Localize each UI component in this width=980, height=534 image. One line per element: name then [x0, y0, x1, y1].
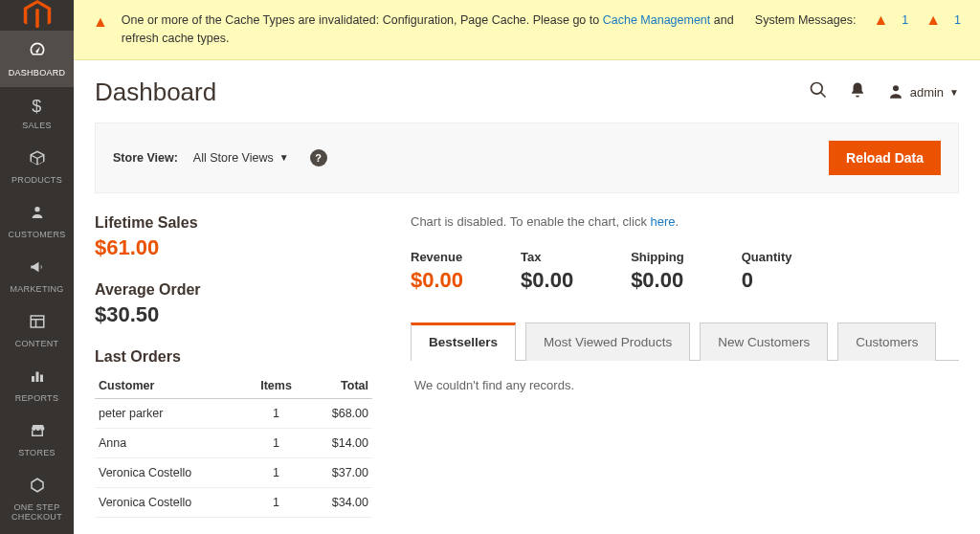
svg-rect-4 [32, 376, 34, 382]
tab-bestsellers[interactable]: Bestsellers [411, 323, 516, 361]
system-message-text: One or more of the Cache Types are inval… [122, 11, 755, 48]
hexagon-icon [29, 477, 46, 499]
nav-label: ONE STEP CHECKOUT [2, 502, 72, 522]
nav-label: DASHBOARD [9, 68, 66, 78]
svg-rect-6 [40, 375, 43, 383]
lifetime-sales-value: $61.00 [95, 235, 372, 260]
store-view-label: Store View: [113, 151, 178, 165]
table-row[interactable]: Veronica Costello 1 $37.00 [95, 457, 372, 487]
page-header: Dashboard admin ▼ [74, 60, 980, 115]
box-icon [29, 149, 46, 171]
nav-reports[interactable]: REPORTS [0, 358, 74, 412]
nav-label: STORES [18, 448, 56, 457]
notifications-icon[interactable] [849, 81, 866, 103]
svg-rect-1 [31, 316, 44, 327]
warning-icon[interactable]: ▲ [925, 11, 941, 29]
system-message-count[interactable]: 1 [954, 13, 961, 27]
nav-label: CONTENT [15, 339, 59, 348]
svg-point-0 [34, 207, 39, 211]
dollar-icon: $ [32, 97, 41, 117]
user-icon [887, 83, 904, 100]
dashboard-tabs: Bestsellers Most Viewed Products New Cus… [411, 322, 959, 361]
cache-management-link[interactable]: Cache Management [603, 13, 711, 27]
svg-point-10 [893, 85, 899, 91]
nav-label: MARKETING [10, 284, 63, 294]
system-message-summary: System Messages: ▲ 1 ▲ 1 [755, 11, 961, 29]
total-quantity: Quantity 0 [742, 250, 792, 293]
chart-disabled-message: Chart is disabled. To enable the chart, … [411, 214, 959, 229]
tab-content: We couldn't find any records. [411, 361, 959, 410]
average-order-value: $30.50 [95, 302, 372, 327]
caret-down-icon: ▼ [949, 87, 959, 98]
help-icon[interactable]: ? [310, 149, 327, 167]
store-view-toolbar: Store View: All Store Views ▼ ? Reload D… [95, 122, 959, 193]
nav-content[interactable]: CONTENT [0, 303, 74, 358]
nav-marketing[interactable]: MARKETING [0, 249, 74, 303]
nav-stores[interactable]: STORES [0, 412, 74, 467]
nav-label: REPORTS [15, 393, 58, 403]
nav-one-step-checkout[interactable]: ONE STEP CHECKOUT [0, 467, 74, 531]
header-actions: admin ▼ [809, 80, 959, 104]
tab-new-customers[interactable]: New Customers [700, 323, 828, 361]
total-tax: Tax $0.00 [521, 250, 573, 293]
barchart-icon [29, 367, 46, 389]
admin-sidebar: DASHBOARD $ SALES PRODUCTS CUSTOMERS MAR… [0, 0, 74, 534]
tab-customers[interactable]: Customers [837, 323, 936, 361]
total-revenue: Revenue $0.00 [411, 250, 463, 293]
dashboard-left-column: Lifetime Sales $61.00 Average Order $30.… [95, 214, 372, 518]
layout-icon [29, 313, 46, 335]
nav-label: SALES [22, 121, 52, 130]
col-total: Total [305, 373, 372, 399]
col-customer: Customer [95, 373, 247, 399]
megaphone-icon [29, 258, 46, 280]
nav-dashboard[interactable]: DASHBOARD [0, 31, 74, 87]
last-orders-table: Customer Items Total peter parker 1 $68.… [95, 373, 372, 518]
table-row[interactable]: Anna 1 $14.00 [95, 428, 372, 457]
nav-label: PRODUCTS [11, 175, 62, 185]
svg-rect-5 [35, 372, 38, 383]
svg-point-8 [811, 82, 822, 94]
admin-username: admin [910, 85, 944, 100]
table-row[interactable]: peter parker 1 $68.00 [95, 398, 372, 428]
total-shipping: Shipping $0.00 [631, 250, 684, 293]
person-icon [30, 204, 45, 226]
reload-data-button[interactable]: Reload Data [829, 141, 941, 175]
col-items: Items [247, 373, 305, 399]
enable-chart-link[interactable]: here [651, 214, 676, 229]
svg-marker-7 [32, 478, 43, 492]
warning-icon[interactable]: ▲ [873, 11, 888, 29]
store-view-select[interactable]: All Store Views ▼ [193, 151, 289, 165]
store-icon [29, 422, 46, 444]
warning-icon: ▲ [93, 13, 108, 31]
svg-line-9 [820, 92, 825, 97]
gauge-icon [28, 40, 47, 64]
page-title: Dashboard [95, 78, 809, 107]
nav-customers[interactable]: CUSTOMERS [0, 194, 74, 249]
system-messages-label: System Messages: [755, 13, 857, 27]
average-order-label: Average Order [95, 281, 372, 299]
nav-products[interactable]: PRODUCTS [0, 140, 74, 194]
tab-most-viewed[interactable]: Most Viewed Products [525, 323, 690, 361]
admin-user-menu[interactable]: admin ▼ [887, 83, 959, 100]
store-view-value: All Store Views [193, 151, 274, 165]
dashboard-right-column: Chart is disabled. To enable the chart, … [411, 214, 959, 518]
lifetime-sales-label: Lifetime Sales [95, 214, 372, 232]
nav-sales[interactable]: $ SALES [0, 87, 74, 140]
caret-down-icon: ▼ [279, 152, 289, 163]
system-message-bar: ▲ One or more of the Cache Types are inv… [74, 0, 980, 60]
system-message-count[interactable]: 1 [902, 13, 908, 27]
search-icon[interactable] [809, 80, 828, 104]
magento-logo[interactable] [0, 0, 74, 31]
nav-label: CUSTOMERS [8, 230, 65, 239]
dashboard-totals: Revenue $0.00 Tax $0.00 Shipping $0.00 Q… [411, 250, 959, 293]
last-orders-title: Last Orders [95, 348, 372, 366]
dashboard-content: Lifetime Sales $61.00 Average Order $30.… [74, 193, 980, 518]
table-row[interactable]: Veronica Costello 1 $34.00 [95, 487, 372, 517]
main-area: ▲ One or more of the Cache Types are inv… [74, 0, 980, 534]
